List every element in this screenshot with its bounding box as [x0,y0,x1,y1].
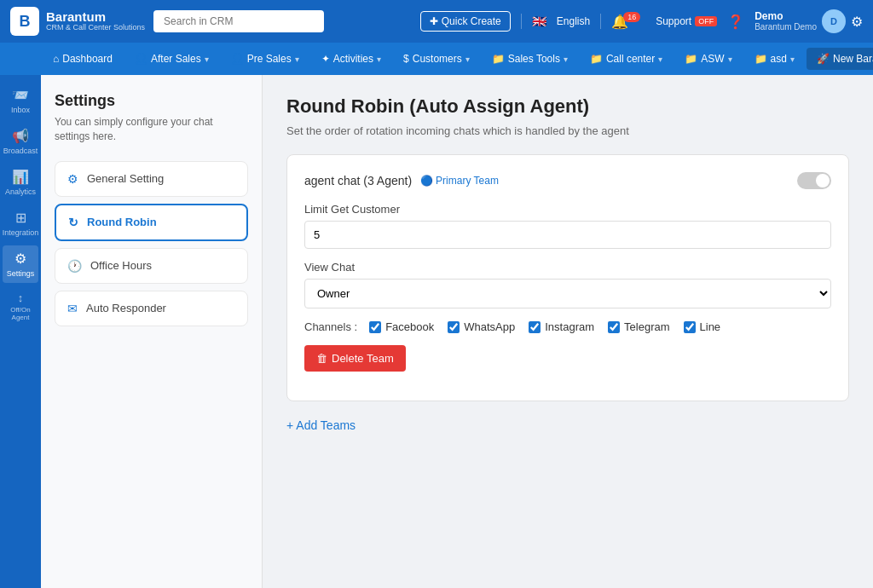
settings-description: You can simply configure your chat setti… [55,115,248,144]
support-label: Support [656,15,691,27]
nav-item-round-robin[interactable]: ↻ Round Robin [55,204,248,241]
channel-whatsapp[interactable]: WhatsApp [448,320,515,333]
menu-item-aftersales[interactable]: 👤 After Sales ▾ [124,48,219,70]
menu-item-salestools[interactable]: 📁 Sales Tools ▾ [482,48,578,70]
facebook-checkbox[interactable] [369,321,381,333]
support-toggle[interactable]: OFF [695,16,717,26]
page-description: Set the order of rotation incoming chats… [286,124,849,137]
view-chat-select[interactable]: Owner All Team [304,279,831,308]
sidebar-item-offon[interactable]: ↕ Off/On Agent [3,286,38,327]
menu-item-activities[interactable]: ✦ Activities ▾ [311,48,391,70]
settings-panel: Settings You can simply configure your c… [41,75,263,588]
add-teams-button[interactable]: + Add Teams [286,415,356,435]
language-flag-icon: 🇬🇧 [532,14,546,28]
whatsapp-checkbox[interactable] [448,321,460,333]
analytics-icon: 📊 [12,169,29,185]
telegram-checkbox[interactable] [608,321,620,333]
sidebar-item-settings[interactable]: ⚙ Settings [3,245,38,283]
view-chat-label: View Chat [304,261,831,274]
logo-area: B Barantum CRM & Call Center Solutions [10,7,145,36]
help-icon[interactable]: ❓ [727,14,744,30]
page-title: Round Robin (Auto Assign Agent) [286,95,849,118]
instagram-checkbox[interactable] [529,321,541,333]
menu-item-new-v5[interactable]: 🚀 New Barantum V5 [807,48,873,70]
menu-item-asw[interactable]: 📁 ASW ▾ [674,48,742,70]
office-hours-icon: 🕐 [67,259,82,273]
user-name: Demo [754,10,817,22]
channel-instagram[interactable]: Instagram [529,320,594,333]
logo-icon: B [10,7,39,36]
nav-item-office-hours[interactable]: 🕐 Office Hours [55,248,248,284]
user-company: Barantum Demo [754,22,817,32]
settings-gear-icon: ⚙ [14,251,26,267]
trash-icon: 🗑 [316,352,327,365]
team-name: agent chat (3 Agent) [304,174,412,187]
menu-item-dashboard[interactable]: ⌂ Dashboard [43,48,123,70]
notification-icon[interactable]: 🔔16 [611,14,645,30]
channel-line[interactable]: Line [684,320,721,333]
channels-group: Channels : Facebook WhatsApp [304,320,831,372]
channels-list: Facebook WhatsApp Instagram [369,320,720,333]
nav-item-general[interactable]: ⚙ General Setting [55,161,248,197]
view-chat-group: View Chat Owner All Team [304,261,831,308]
sidebar-item-broadcast[interactable]: 📢 Broadcast [3,123,38,160]
menu-item-customers[interactable]: $ Customers ▾ [393,48,480,70]
settings-icon[interactable]: ⚙ [851,14,863,30]
inbox-icon: 📨 [12,87,29,103]
brand-subtitle: CRM & Call Center Solutions [46,24,145,32]
primary-team-badge[interactable]: 🔵 Primary Team [420,175,499,187]
icon-sidebar: 📨 Inbox 📢 Broadcast 📊 Analytics ⊞ Integr… [0,75,41,588]
limit-input[interactable] [304,221,831,249]
menu-item-asd[interactable]: 📁 asd ▾ [744,48,805,70]
menu-item-presales[interactable]: 👤 Pre Sales ▾ [221,48,309,70]
sidebar-item-analytics[interactable]: 📊 Analytics [3,164,38,201]
support-area: Support OFF [656,15,717,27]
channel-telegram[interactable]: Telegram [608,320,669,333]
divider [600,14,601,29]
menu-item-callcenter[interactable]: 📁 Call center ▾ [580,48,673,70]
language-label[interactable]: English [557,15,590,27]
limit-label: Limit Get Customer [304,203,831,216]
top-navigation: B Barantum CRM & Call Center Solutions ✚… [0,0,873,43]
user-avatar[interactable]: D [822,9,846,33]
notification-badge: 16 [623,12,640,22]
brand-name: Barantum [46,10,145,25]
quick-create-button[interactable]: ✚ Quick Create [420,11,511,32]
user-area: Demo Barantum Demo D ⚙ [754,9,863,33]
nav-item-auto-responder[interactable]: ✉ Auto Responder [55,291,248,326]
menu-bar: ⌂ Dashboard 👤 After Sales ▾ 👤 Pre Sales … [0,43,873,75]
team-card: agent chat (3 Agent) 🔵 Primary Team Limi… [286,154,849,401]
general-setting-icon: ⚙ [67,172,78,186]
search-input[interactable] [153,10,324,32]
offon-icon: ↕ [18,291,24,304]
broadcast-icon: 📢 [12,128,29,144]
channels-label: Channels : [304,320,357,333]
round-robin-icon: ↻ [68,216,78,229]
sidebar-item-inbox[interactable]: 📨 Inbox [3,82,38,119]
settings-title: Settings [55,92,248,110]
delete-team-button[interactable]: 🗑 Delete Team [304,345,406,372]
limit-customer-group: Limit Get Customer [304,203,831,249]
content-area: Round Robin (Auto Assign Agent) Set the … [263,75,873,588]
channel-facebook[interactable]: Facebook [369,320,434,333]
team-toggle[interactable] [797,172,831,189]
integration-icon: ⊞ [15,210,26,226]
main-layout: 📨 Inbox 📢 Broadcast 📊 Analytics ⊞ Integr… [0,75,873,588]
auto-responder-icon: ✉ [67,302,78,315]
sidebar-item-integration[interactable]: ⊞ Integration [3,205,38,242]
line-checkbox[interactable] [684,321,696,333]
divider [521,14,522,29]
